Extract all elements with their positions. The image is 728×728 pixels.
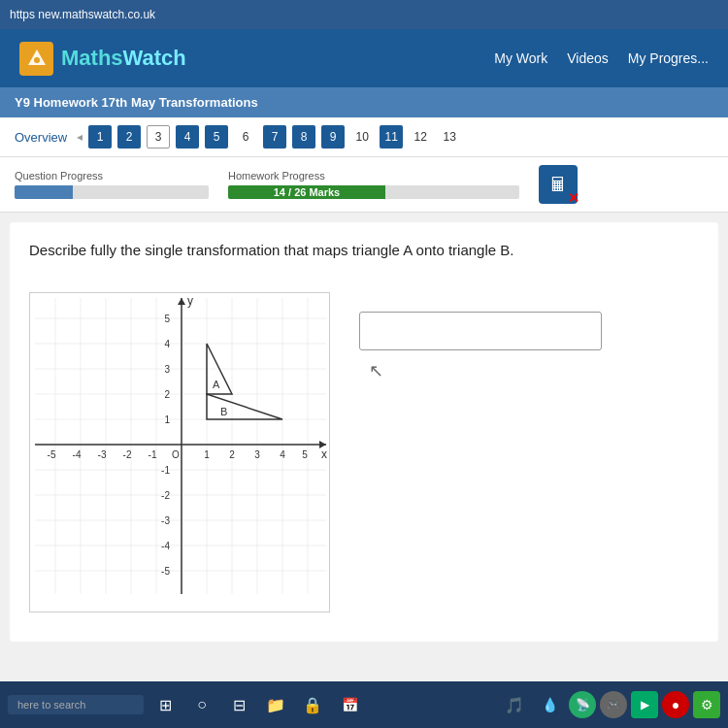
- question-progress-bar: [15, 185, 209, 199]
- svg-text:O: O: [172, 449, 180, 460]
- taskbar-lock-icon[interactable]: 🔒: [297, 689, 328, 720]
- homework-title-bar: Y9 Homework 17th May Transformations: [0, 87, 728, 117]
- nav-links: My Work Videos My Progres...: [494, 50, 709, 66]
- graph-container: x y -5 -4 -3 -2 -1 O 1 2 3 4 5 5: [29, 292, 699, 622]
- nav-item-1[interactable]: 1: [88, 125, 112, 149]
- svg-text:-3: -3: [161, 515, 170, 526]
- taskbar-close-icon[interactable]: ●: [662, 691, 689, 718]
- taskbar-system-icon1[interactable]: 📡: [569, 691, 596, 718]
- taskbar: here to search ⊞ ○ ⊟ 📁 🔒 📅 🎵 💧 📡 🎮 ▶ ● ⚙: [0, 681, 728, 728]
- taskbar-search-icon[interactable]: ○: [186, 689, 217, 720]
- calc-x: ✕: [568, 190, 579, 206]
- svg-text:2: 2: [164, 389, 170, 400]
- svg-text:1: 1: [204, 449, 210, 460]
- logo-watch: Watch: [123, 46, 186, 70]
- my-work-link[interactable]: My Work: [494, 50, 547, 66]
- nav-item-6[interactable]: 6: [234, 125, 257, 149]
- x-axis-label: x: [321, 447, 327, 461]
- svg-text:-1: -1: [149, 449, 157, 460]
- svg-text:-5: -5: [161, 566, 170, 577]
- question-area: Describe fully the single transformation…: [10, 222, 718, 642]
- taskbar-folder-icon[interactable]: 📁: [260, 689, 291, 720]
- taskbar-windows-icon[interactable]: ⊞: [149, 689, 181, 720]
- question-progress-fill: [15, 185, 73, 199]
- svg-text:-4: -4: [161, 541, 170, 551]
- svg-text:5: 5: [164, 314, 170, 324]
- triangle-a-label: A: [213, 379, 220, 390]
- nav-item-4[interactable]: 4: [176, 125, 199, 149]
- browser-url: https new.mathswatch.co.uk: [10, 8, 155, 21]
- nav-item-12[interactable]: 12: [409, 125, 432, 149]
- homework-progress-fill: 14 / 26 Marks: [228, 185, 385, 199]
- graph-wrapper: x y -5 -4 -3 -2 -1 O 1 2 3 4 5 5: [29, 292, 340, 622]
- nav-item-10[interactable]: 10: [350, 125, 374, 149]
- triangle-b: [207, 394, 282, 419]
- homework-progress-bar: 14 / 26 Marks: [228, 185, 519, 199]
- progress-section: Question Progress Homework Progress 14 /…: [0, 157, 728, 213]
- nav-item-13[interactable]: 13: [438, 125, 461, 149]
- taskbar-search-text: here to search: [17, 699, 85, 711]
- answer-input[interactable]: [359, 312, 602, 350]
- taskbar-right: 🎵 💧 📡 🎮 ▶ ● ⚙: [499, 689, 720, 720]
- svg-text:3: 3: [254, 449, 260, 460]
- browser-bar: https new.mathswatch.co.uk: [0, 0, 728, 29]
- question-progress-item: Question Progress: [15, 170, 209, 199]
- coordinate-graph: x y -5 -4 -3 -2 -1 O 1 2 3 4 5 5: [29, 292, 330, 612]
- svg-text:3: 3: [164, 364, 170, 375]
- y-axis-label: y: [187, 294, 193, 308]
- nav-item-9[interactable]: 9: [321, 125, 345, 149]
- logo-icon: [19, 42, 53, 76]
- nav-item-8[interactable]: 8: [292, 125, 315, 149]
- main-content: Y9 Homework 17th May Transformations Ove…: [0, 87, 728, 728]
- nav-item-5[interactable]: 5: [205, 125, 228, 149]
- svg-text:1: 1: [164, 414, 170, 425]
- logo-text: MathsWatch: [61, 46, 186, 71]
- svg-text:-2: -2: [123, 449, 132, 460]
- cursor-indicator: ↖: [369, 360, 631, 381]
- calculator-icon[interactable]: 🖩 ✕: [539, 165, 578, 204]
- question-nav: Overview ◂ 1 2 3 4 5 6 7 8 9 10 11 12 13: [0, 117, 728, 157]
- nav-item-2[interactable]: 2: [117, 125, 141, 149]
- taskbar-system-icon3[interactable]: ▶: [631, 691, 658, 718]
- nav-item-3[interactable]: 3: [147, 125, 170, 149]
- logo-maths: Maths: [61, 46, 123, 70]
- svg-text:4: 4: [280, 449, 285, 460]
- svg-marker-27: [178, 298, 185, 305]
- homework-progress-label: Homework Progress: [228, 170, 519, 182]
- question-progress-label: Question Progress: [15, 170, 209, 182]
- taskbar-music-icon[interactable]: 🎵: [499, 689, 530, 720]
- question-text: Describe fully the single transformation…: [29, 242, 513, 258]
- svg-text:-5: -5: [48, 449, 56, 460]
- svg-text:-1: -1: [161, 465, 170, 476]
- my-progress-link[interactable]: My Progres...: [628, 50, 709, 66]
- app-header: MathsWatch My Work Videos My Progres...: [0, 29, 728, 87]
- homework-progress-item: Homework Progress 14 / 26 Marks: [228, 170, 519, 199]
- taskbar-calendar-icon[interactable]: 📅: [334, 689, 365, 720]
- nav-item-7[interactable]: 7: [263, 125, 286, 149]
- svg-text:-2: -2: [161, 490, 170, 501]
- taskbar-settings-icon[interactable]: ⚙: [693, 691, 720, 718]
- homework-marks: 14 / 26 Marks: [274, 186, 341, 198]
- taskbar-network-icon[interactable]: 💧: [534, 689, 565, 720]
- videos-link[interactable]: Videos: [567, 50, 609, 66]
- homework-title: Y9 Homework 17th May Transformations: [15, 95, 258, 110]
- svg-text:5: 5: [302, 449, 308, 460]
- taskbar-system-icon2[interactable]: 🎮: [600, 691, 627, 718]
- svg-text:2: 2: [229, 449, 235, 460]
- svg-text:-3: -3: [98, 449, 107, 460]
- answer-section: ↖: [359, 312, 631, 381]
- svg-point-1: [34, 57, 40, 63]
- triangle-b-label: B: [220, 406, 227, 417]
- taskbar-taskview-icon[interactable]: ⊟: [223, 689, 254, 720]
- overview-label[interactable]: Overview: [15, 130, 67, 145]
- svg-text:-4: -4: [73, 449, 82, 460]
- svg-text:4: 4: [164, 339, 170, 349]
- logo: MathsWatch: [19, 42, 186, 76]
- nav-item-11[interactable]: 11: [380, 125, 403, 149]
- taskbar-search[interactable]: here to search: [8, 695, 144, 714]
- nav-separator: ◂: [77, 130, 83, 144]
